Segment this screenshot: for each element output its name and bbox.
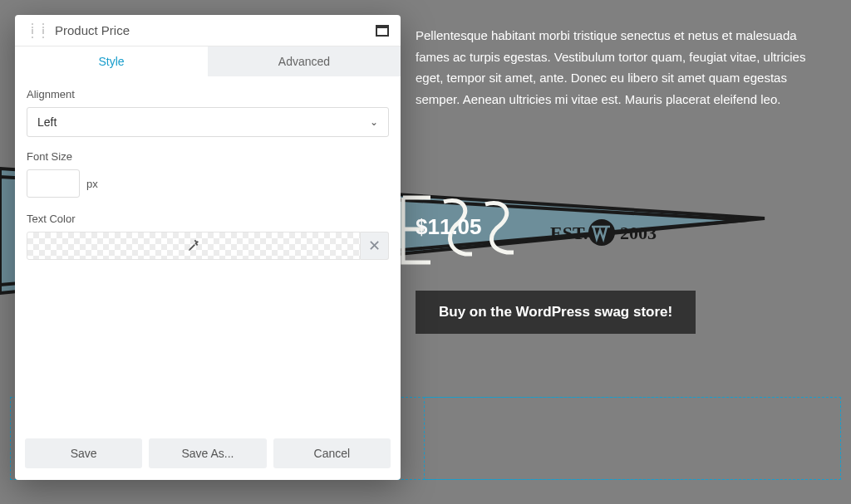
product-description: Pellentesque habitant morbi tristique se… xyxy=(416,25,806,110)
maximize-icon[interactable] xyxy=(376,25,389,37)
save-button[interactable]: Save xyxy=(25,438,142,468)
textcolor-label: Text Color xyxy=(27,213,389,225)
panel-header: ⋮⋮⋮⋮ Product Price xyxy=(15,15,401,46)
panel-footer: Save Save As... Cancel xyxy=(15,428,401,480)
drag-handle-icon[interactable]: ⋮⋮⋮⋮ xyxy=(27,25,48,36)
panel-tabs: Style Advanced xyxy=(15,46,401,76)
chevron-down-icon: ⌄ xyxy=(370,116,378,128)
cancel-button[interactable]: Cancel xyxy=(273,438,391,468)
fontsize-input[interactable] xyxy=(27,169,80,198)
alignment-value: Left xyxy=(37,115,57,129)
close-icon: ✕ xyxy=(368,237,381,255)
buy-button[interactable]: Buy on the WordPress swag store! xyxy=(416,291,696,334)
panel-body: Alignment Left ⌄ Font Size px Text Color… xyxy=(15,76,401,428)
alignment-dropdown[interactable]: Left ⌄ xyxy=(27,107,389,137)
layout-dropzone-right[interactable] xyxy=(424,397,841,480)
settings-panel: ⋮⋮⋮⋮ Product Price Style Advanced Alignm… xyxy=(15,15,401,480)
tab-advanced[interactable]: Advanced xyxy=(208,46,401,76)
eyedropper-icon xyxy=(187,239,200,252)
tab-style[interactable]: Style xyxy=(15,46,208,76)
color-picker-swatch[interactable] xyxy=(27,232,361,260)
panel-title: Product Price xyxy=(53,23,371,37)
alignment-label: Alignment xyxy=(27,88,389,100)
product-price: $11.05 xyxy=(416,214,482,240)
save-as-button[interactable]: Save As... xyxy=(149,438,266,468)
fontsize-label: Font Size xyxy=(27,150,389,163)
fontsize-unit: px xyxy=(86,178,98,190)
product-description-area: Pellentesque habitant morbi tristique se… xyxy=(416,25,806,110)
clear-color-button[interactable]: ✕ xyxy=(361,232,389,260)
